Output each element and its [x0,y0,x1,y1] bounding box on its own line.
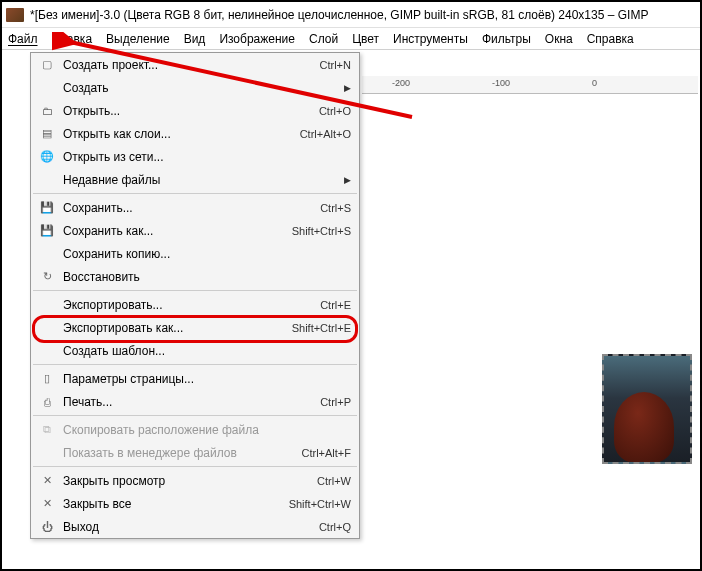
horizontal-ruler: -200 -100 0 [362,76,698,94]
canvas-image-preview[interactable] [602,354,692,464]
separator [33,466,357,467]
menu-item-open-layers[interactable]: ▤ Открыть как слои... Ctrl+Alt+O [31,122,359,145]
layers-icon: ▤ [39,126,55,142]
menu-windows[interactable]: Окна [545,32,573,46]
power-icon: ⏻ [39,519,55,535]
globe-icon: 🌐 [39,149,55,165]
menu-item-open[interactable]: 🗀 Открыть... Ctrl+O [31,99,359,122]
separator [33,415,357,416]
menu-item-create-project[interactable]: ▢ Создать проект... Ctrl+N [31,53,359,76]
copy-icon: ⧉ [39,422,55,438]
menu-filters[interactable]: Фильтры [482,32,531,46]
ruler-tick: -200 [392,78,410,88]
close-all-icon: ✕ [39,496,55,512]
menu-item-open-net[interactable]: 🌐 Открыть из сети... [31,145,359,168]
revert-icon: ↻ [39,269,55,285]
menu-item-create[interactable]: Создать ▶ [31,76,359,99]
menu-tools[interactable]: Инструменты [393,32,468,46]
save-as-icon: 💾 [39,223,55,239]
menu-color[interactable]: Цвет [352,32,379,46]
ruler-tick: 0 [592,78,597,88]
menubar: Файл Правка Выделение Вид Изображение Сл… [2,28,700,50]
save-icon: 💾 [39,200,55,216]
new-icon: ▢ [39,57,55,73]
menu-item-quit[interactable]: ⏻ Выход Ctrl+Q [31,515,359,538]
menu-item-revert[interactable]: ↻ Восстановить [31,265,359,288]
app-icon [6,8,24,22]
menu-layer[interactable]: Слой [309,32,338,46]
page-icon: ▯ [39,371,55,387]
close-icon: ✕ [39,473,55,489]
separator [33,290,357,291]
menu-item-save[interactable]: 💾 Сохранить... Ctrl+S [31,196,359,219]
folder-icon: 🗀 [39,103,55,119]
window-title: *[Без имени]-3.0 (Цвета RGB 8 бит, нелин… [30,8,648,22]
menu-select[interactable]: Выделение [106,32,170,46]
separator [33,364,357,365]
menu-item-export[interactable]: Экспортировать... Ctrl+E [31,293,359,316]
menu-file[interactable]: Файл [8,32,38,46]
menu-item-save-as[interactable]: 💾 Сохранить как... Shift+Ctrl+S [31,219,359,242]
menu-image[interactable]: Изображение [219,32,295,46]
menu-item-page-setup[interactable]: ▯ Параметры страницы... [31,367,359,390]
menu-item-close-view[interactable]: ✕ Закрыть просмотр Ctrl+W [31,469,359,492]
image-content [614,392,674,462]
menu-edit[interactable]: Правка [52,32,93,46]
menu-item-show-fm: Показать в менеджере файлов Ctrl+Alt+F [31,441,359,464]
ruler-tick: -100 [492,78,510,88]
chevron-right-icon: ▶ [344,83,351,93]
menu-item-create-template[interactable]: Создать шаблон... [31,339,359,362]
chevron-right-icon: ▶ [344,175,351,185]
separator [33,193,357,194]
menu-item-print[interactable]: ⎙ Печать... Ctrl+P [31,390,359,413]
menu-item-copy-location: ⧉ Скопировать расположение файла [31,418,359,441]
window-titlebar: *[Без имени]-3.0 (Цвета RGB 8 бит, нелин… [2,2,700,28]
menu-help[interactable]: Справка [587,32,634,46]
menu-item-close-all[interactable]: ✕ Закрыть все Shift+Ctrl+W [31,492,359,515]
file-menu-dropdown: ▢ Создать проект... Ctrl+N Создать ▶ 🗀 О… [30,52,360,539]
menu-item-save-copy[interactable]: Сохранить копию... [31,242,359,265]
print-icon: ⎙ [39,394,55,410]
menu-view[interactable]: Вид [184,32,206,46]
menu-item-recent[interactable]: Недавние файлы ▶ [31,168,359,191]
menu-item-export-as[interactable]: Экспортировать как... Shift+Ctrl+E [31,316,359,339]
